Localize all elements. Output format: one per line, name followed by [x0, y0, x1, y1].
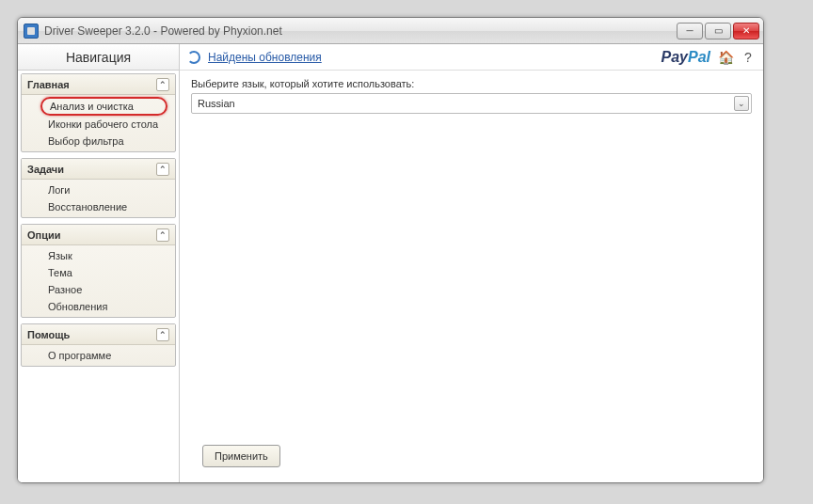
nav-items-help: О программе — [22, 345, 175, 366]
nav-items-tasks: Логи Восстановление — [22, 180, 175, 217]
footer: Применить — [191, 437, 752, 475]
sidebar-item-desktop-icons[interactable]: Иконки рабочего стола — [22, 116, 175, 133]
sidebar-item-label: Тема — [48, 267, 72, 278]
chevron-up-icon: ⌃ — [156, 163, 169, 176]
main-area: Найдены обновления PayPal 🏠 ? Выберите я… — [180, 44, 763, 482]
sidebar-item-filter-select[interactable]: Выбор фильтра — [22, 133, 175, 150]
language-selected-value: Russian — [198, 98, 235, 109]
paypal-pal: Pal — [688, 49, 710, 65]
chevron-down-icon: ⌄ — [734, 96, 749, 111]
apply-button[interactable]: Применить — [202, 445, 280, 467]
refresh-icon — [187, 51, 200, 64]
sidebar-item-label: О программе — [48, 350, 111, 361]
sidebar: Навигация Главная ⌃ Анализ и очистка Ико… — [18, 44, 180, 482]
help-icon[interactable]: ? — [741, 50, 756, 65]
nav-group-header-main[interactable]: Главная ⌃ — [22, 74, 175, 95]
nav-group-header-tasks[interactable]: Задачи ⌃ — [22, 159, 175, 180]
nav-items-options: Язык Тема Разное Обновления — [22, 245, 175, 317]
nav-group-main: Главная ⌃ Анализ и очистка Иконки рабоче… — [21, 73, 176, 152]
language-label: Выберите язык, который хотите использова… — [191, 78, 752, 89]
window-body: Навигация Главная ⌃ Анализ и очистка Ико… — [18, 44, 763, 482]
chevron-up-icon: ⌃ — [156, 78, 169, 91]
sidebar-item-misc[interactable]: Разное — [22, 281, 175, 298]
window-title: Driver Sweeper 3.2.0 - Powered by Phyxio… — [44, 24, 677, 38]
topbar: Найдены обновления PayPal 🏠 ? — [180, 44, 763, 71]
nav-items-main: Анализ и очистка Иконки рабочего стола В… — [22, 95, 175, 151]
titlebar[interactable]: Driver Sweeper 3.2.0 - Powered by Phyxio… — [18, 18, 763, 44]
sidebar-item-about[interactable]: О программе — [22, 347, 175, 364]
nav-group-label: Главная — [27, 79, 70, 90]
language-select[interactable]: Russian ⌄ — [191, 93, 752, 114]
chevron-up-icon: ⌃ — [156, 328, 169, 341]
minimize-button[interactable]: ─ — [677, 23, 703, 39]
sidebar-item-label: Восстановление — [48, 201, 127, 213]
sidebar-item-label: Обновления — [48, 301, 107, 312]
sidebar-title: Навигация — [18, 44, 179, 71]
close-button[interactable]: ✕ — [733, 23, 759, 39]
sidebar-item-label: Логи — [48, 184, 71, 196]
nav-group-label: Помощь — [27, 329, 70, 340]
nav-group-header-help[interactable]: Помощь ⌃ — [22, 324, 175, 345]
paypal-link[interactable]: PayPal — [662, 49, 710, 66]
sidebar-item-label: Выбор фильтра — [48, 135, 124, 147]
content-area: Выберите язык, который хотите использова… — [180, 71, 763, 482]
sidebar-item-label: Разное — [48, 284, 82, 295]
sidebar-item-logs[interactable]: Логи — [22, 181, 175, 198]
sidebar-item-label: Анализ и очистка — [50, 101, 134, 112]
topbar-right: PayPal 🏠 ? — [662, 49, 756, 66]
nav-group-options: Опции ⌃ Язык Тема Разное Обновления — [21, 224, 176, 318]
app-window: Driver Sweeper 3.2.0 - Powered by Phyxio… — [17, 17, 764, 483]
sidebar-item-restore[interactable]: Восстановление — [22, 198, 175, 215]
sidebar-item-updates[interactable]: Обновления — [22, 298, 175, 315]
home-icon[interactable]: 🏠 — [718, 50, 733, 65]
nav-group-tasks: Задачи ⌃ Логи Восстановление — [21, 158, 176, 218]
nav-group-label: Опции — [27, 229, 61, 241]
sidebar-item-label: Иконки рабочего стола — [48, 118, 158, 130]
sidebar-item-analyze-clean[interactable]: Анализ и очистка — [40, 97, 167, 116]
maximize-button[interactable]: ▭ — [705, 23, 731, 39]
chevron-up-icon: ⌃ — [156, 228, 169, 242]
nav-group-label: Задачи — [27, 164, 64, 175]
paypal-pay: Pay — [662, 49, 688, 65]
window-controls: ─ ▭ ✕ — [677, 23, 759, 39]
sidebar-item-theme[interactable]: Тема — [22, 264, 175, 281]
updates-link[interactable]: Найдены обновления — [208, 51, 322, 64]
app-icon — [24, 24, 39, 39]
nav-group-help: Помощь ⌃ О программе — [21, 323, 176, 367]
nav-group-header-options[interactable]: Опции ⌃ — [22, 225, 175, 245]
sidebar-item-label: Язык — [48, 250, 72, 261]
sidebar-item-language[interactable]: Язык — [22, 247, 175, 264]
